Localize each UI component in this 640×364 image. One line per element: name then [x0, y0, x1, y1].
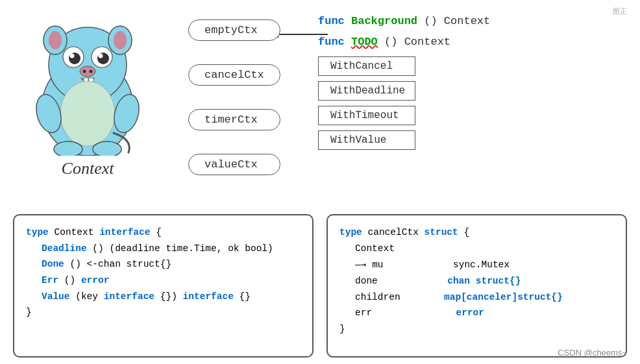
struct-valuectx: valueCtx: [188, 154, 280, 175]
svg-point-13: [83, 70, 86, 73]
interface-kw-left: interface: [99, 227, 150, 237]
gopher-area: Context: [13, 13, 162, 182]
top-section: Context emptyCtx cancelCtx timerCtx valu…: [0, 0, 640, 201]
svg-point-11: [99, 54, 103, 58]
struct-timerctx: timerCtx: [188, 109, 280, 130]
func-background-name: Background: [351, 15, 417, 27]
with-deadline-box: WithDeadline: [318, 81, 415, 101]
code-line-done-struct: done chan struct{}: [355, 273, 614, 289]
svg-point-21: [93, 141, 121, 156]
svg-point-12: [80, 66, 95, 77]
code-line-value: Value (key interface {}) interface {}: [42, 289, 301, 305]
code-line-children: children map[canceler]struct{}: [355, 289, 614, 306]
right-column: func Background () Context func TODO () …: [318, 13, 490, 150]
bottom-section: type Context interface { Deadline () (de…: [0, 208, 640, 364]
with-value-box: WithValue: [318, 130, 415, 150]
code-line-done: Done () <-chan struct{}: [42, 256, 301, 273]
main-container: 图正: [0, 0, 640, 364]
func-background-ret: () Context: [424, 15, 490, 27]
svg-point-5: [114, 31, 127, 49]
code-line-close-left: }: [26, 304, 301, 321]
func-kw-1: func: [318, 15, 345, 27]
func-todo-name: TODO: [351, 36, 378, 48]
cancelctx-struct-box: type cancelCtx struct { Context —→ mu sy…: [326, 214, 627, 358]
func-todo-line: func TODO () Context: [318, 34, 490, 51]
structs-column: emptyCtx cancelCtx timerCtx valueCtx: [188, 19, 280, 175]
code-line-err-struct: err error: [355, 305, 614, 321]
func-todo-ret: () Context: [384, 36, 450, 48]
struct-kw-right: struct: [425, 227, 458, 237]
with-timeout-box: WithTimeout: [318, 106, 415, 125]
with-cancel-box: WithCancel: [318, 56, 415, 76]
struct-emptyctx: emptyCtx: [188, 19, 280, 41]
svg-point-17: [60, 81, 115, 146]
gopher-icon: [13, 13, 162, 156]
code-line-1: type Context interface {: [26, 224, 301, 241]
code-line-deadline: Deadline () (deadline time.Time, ok bool…: [42, 241, 301, 257]
context-interface-box: type Context interface { Deadline () (de…: [13, 214, 314, 358]
svg-point-10: [70, 54, 75, 58]
watermark: CSDN @cheems~: [558, 348, 627, 358]
struct-cancelctx: cancelCtx: [188, 64, 280, 86]
context-label: Context: [62, 159, 114, 178]
func-background-line: func Background () Context: [318, 13, 490, 30]
code-line-err: Err () error: [42, 273, 301, 289]
with-boxes: WithCancel WithDeadline WithTimeout With…: [318, 56, 490, 150]
type-kw-left: type: [26, 227, 49, 237]
code-line-context-embed: Context: [355, 241, 614, 257]
code-line-close-right: }: [339, 321, 614, 337]
type-kw-right: type: [339, 227, 362, 237]
svg-point-20: [54, 141, 82, 156]
code-line-mu: —→ mu sync.Mutex: [355, 256, 614, 273]
code-line-struct-1: type cancelCtx struct {: [339, 224, 614, 241]
svg-point-14: [90, 70, 93, 73]
func-kw-2: func: [318, 36, 345, 48]
svg-point-3: [49, 31, 62, 49]
